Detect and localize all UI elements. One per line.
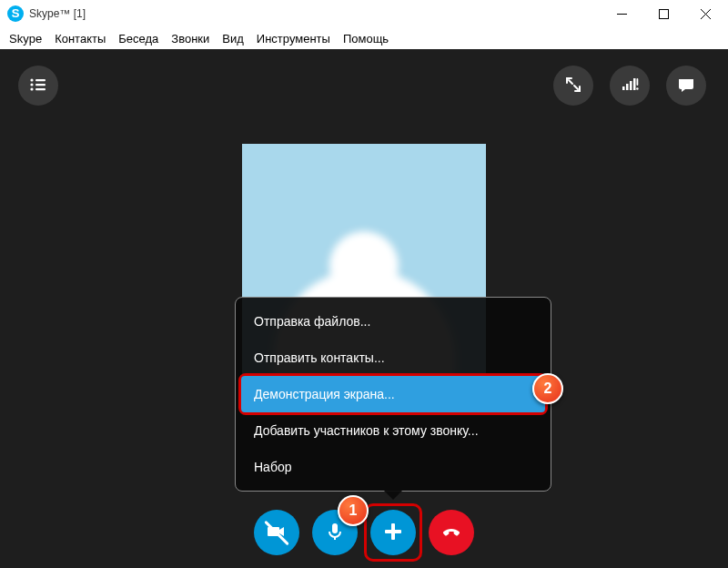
list-icon: [29, 76, 47, 96]
plus-icon: [382, 521, 404, 545]
menu-item-send-files[interactable]: Отправка файлов...: [241, 303, 545, 340]
window-minimize-button[interactable]: [601, 0, 642, 27]
menu-item-share-screen[interactable]: Демонстрация экрана...: [241, 376, 545, 412]
menu-view[interactable]: Вид: [222, 32, 244, 46]
svg-rect-19: [385, 530, 401, 533]
svg-rect-9: [35, 88, 46, 90]
svg-rect-1: [659, 9, 668, 18]
svg-rect-14: [637, 78, 639, 86]
menu-item-send-contacts[interactable]: Отправить контакты...: [241, 340, 545, 376]
menu-skype[interactable]: Skype: [9, 32, 42, 46]
call-quality-button[interactable]: [610, 66, 650, 106]
end-call-button[interactable]: [429, 510, 474, 555]
menu-item-add-participants[interactable]: Добавить участников к этому звонку...: [241, 412, 545, 449]
highlight-frame-2: Демонстрация экрана...: [238, 373, 548, 415]
svg-rect-5: [35, 79, 46, 81]
menu-tools[interactable]: Инструменты: [257, 32, 330, 46]
svg-rect-12: [630, 81, 632, 90]
svg-rect-11: [626, 84, 629, 90]
call-controls: [254, 510, 474, 555]
window-title: Skype™ [1]: [29, 7, 86, 20]
svg-point-4: [30, 78, 33, 81]
mic-icon: [324, 521, 346, 545]
menu-calls[interactable]: Звонки: [171, 32, 209, 46]
svg-rect-16: [332, 523, 338, 533]
recent-list-button[interactable]: [18, 66, 58, 106]
toggle-mic-button[interactable]: [312, 510, 358, 555]
svg-point-6: [30, 83, 33, 86]
expand-icon: [564, 76, 582, 96]
signal-icon: [621, 76, 639, 96]
svg-rect-7: [35, 84, 46, 86]
menu-help[interactable]: Помощь: [343, 32, 389, 46]
menu-bar: Skype Контакты Беседа Звонки Вид Инструм…: [0, 27, 728, 49]
chat-button[interactable]: [666, 66, 706, 106]
add-button[interactable]: [370, 510, 416, 555]
svg-rect-13: [633, 78, 636, 90]
menu-contacts[interactable]: Контакты: [55, 32, 106, 46]
window-close-button[interactable]: [684, 0, 726, 27]
svg-rect-17: [334, 537, 336, 540]
window-titlebar: Skype™ [1]: [0, 0, 728, 27]
svg-point-8: [30, 87, 33, 90]
call-area: Отправка файлов... Отправить контакты...…: [0, 49, 728, 568]
add-menu-popover: Отправка файлов... Отправить контакты...…: [235, 297, 551, 492]
window-maximize-button[interactable]: [642, 0, 684, 27]
chat-icon: [677, 76, 695, 96]
menu-item-dialpad[interactable]: Набор: [241, 449, 545, 485]
hangup-icon: [440, 521, 462, 545]
menu-conversation[interactable]: Беседа: [118, 32, 158, 46]
skype-logo-icon: [7, 5, 24, 22]
svg-point-15: [636, 87, 638, 89]
fullscreen-button[interactable]: [553, 66, 593, 106]
svg-rect-10: [622, 86, 625, 90]
toggle-video-button[interactable]: [254, 510, 299, 555]
